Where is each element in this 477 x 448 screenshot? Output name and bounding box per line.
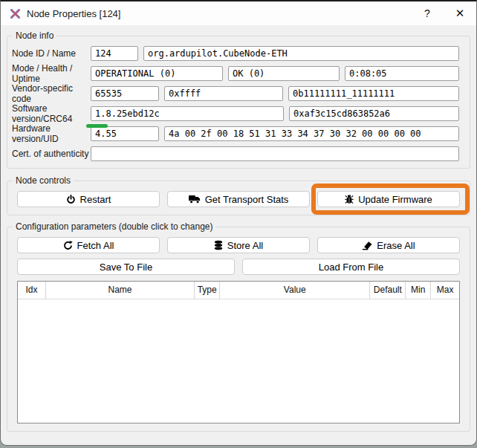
software-version-row: Software version/CRC64 1.8.25ebd12c 0xaf… (12, 106, 459, 121)
cert-authenticity-row: Cert. of authenticity (12, 146, 459, 161)
software-version-field[interactable]: 1.8.25ebd12c (91, 106, 284, 121)
database-icon (214, 240, 223, 250)
hardware-version-label: Hardware version/UID (12, 123, 91, 144)
column-header-value[interactable]: Value (220, 282, 370, 299)
node-controls-row: Restart Get Transport Stats Upda (17, 191, 460, 207)
node-controls-group-title: Node controls (13, 175, 74, 186)
app-logo-icon (10, 8, 21, 19)
help-button[interactable]: ? (411, 1, 444, 25)
store-all-button-label: Store All (227, 240, 263, 251)
hardware-version-row: Hardware version/UID 4.55 4a 00 2f 00 18… (12, 126, 459, 141)
parameters-table-header: Idx Name Type Value Default Min Max (18, 282, 459, 299)
update-firmware-button[interactable]: Update Firmware (317, 191, 460, 207)
column-header-type[interactable]: Type (195, 282, 220, 299)
column-header-min[interactable]: Min (406, 282, 431, 299)
fetch-all-button[interactable]: Fetch All (17, 237, 160, 253)
load-from-file-button[interactable]: Load From File (242, 259, 460, 275)
eraser-icon (362, 241, 372, 250)
vendor-code-row: Vendor-specific code 65535 0xffff 0b1111… (12, 86, 459, 101)
fetch-all-button-label: Fetch All (77, 240, 114, 251)
config-params-group: Configuration parameters (double click t… (7, 227, 470, 432)
column-header-idx[interactable]: Idx (18, 282, 46, 299)
save-to-file-button[interactable]: Save To File (17, 259, 235, 275)
truck-icon (189, 195, 201, 204)
bug-icon (345, 194, 354, 204)
close-button[interactable]: ✕ (444, 1, 476, 25)
uptime-field[interactable]: 0:08:05 (345, 66, 459, 81)
get-transport-stats-button[interactable]: Get Transport Stats (167, 191, 310, 207)
restart-button-label: Restart (80, 194, 111, 205)
erase-all-button[interactable]: Erase All (317, 237, 460, 253)
power-icon (66, 195, 76, 204)
node-properties-window: Node Properties [124] ? ✕ Node info Node… (0, 0, 477, 446)
mode-field[interactable]: OPERATIONAL (0) (91, 66, 223, 81)
hardware-version-field[interactable]: 4.55 (91, 126, 159, 141)
vendor-code-label: Vendor-specific code (12, 83, 91, 104)
node-controls-group: Node controls Restart Get Transport Stat… (7, 181, 470, 215)
node-id-name-row: Node ID / Name 124 org.ardupilot.CubeNod… (12, 46, 459, 61)
node-name-field[interactable]: org.ardupilot.CubeNode-ETH (143, 46, 459, 61)
node-info-group: Node info Node ID / Name 124 org.ardupil… (7, 36, 470, 169)
update-firmware-button-label: Update Firmware (358, 194, 432, 205)
restart-button[interactable]: Restart (17, 191, 160, 207)
erase-all-button-label: Erase All (377, 240, 415, 251)
column-header-name[interactable]: Name (46, 282, 195, 299)
column-header-default[interactable]: Default (370, 282, 406, 299)
node-id-name-label: Node ID / Name (12, 48, 91, 59)
vendor-code-dec-field[interactable]: 65535 (91, 86, 159, 101)
software-crc64-field[interactable]: 0xaf3c15cd863852a6 (289, 106, 459, 121)
vendor-code-hex-field[interactable]: 0xffff (164, 86, 283, 101)
parameters-table-body[interactable] (18, 299, 459, 423)
column-header-max[interactable]: Max (431, 282, 459, 299)
cert-authenticity-label: Cert. of authenticity (12, 149, 91, 159)
software-version-label: Software version/CRC64 (12, 103, 91, 124)
mode-health-uptime-row: Mode / Health / Uptime OPERATIONAL (0) O… (12, 66, 459, 81)
mode-health-uptime-label: Mode / Health / Uptime (12, 63, 91, 84)
window-title: Node Properties [124] (27, 8, 411, 19)
cert-authenticity-field[interactable] (91, 146, 459, 161)
config-params-group-title: Configuration parameters (double click t… (13, 221, 215, 233)
parameters-table: Idx Name Type Value Default Min Max (17, 281, 460, 423)
get-transport-stats-button-label: Get Transport Stats (205, 194, 289, 205)
node-id-field[interactable]: 124 (91, 46, 138, 61)
config-actions-row: Fetch All Store All Erase All (17, 237, 460, 253)
save-to-file-button-label: Save To File (100, 262, 152, 273)
store-all-button[interactable]: Store All (167, 237, 310, 253)
node-info-group-title: Node info (13, 30, 56, 42)
refresh-icon (63, 241, 73, 250)
health-field[interactable]: OK (0) (228, 66, 340, 81)
load-from-file-button-label: Load From File (319, 262, 383, 273)
hardware-uid-field[interactable]: 4a 00 2f 00 18 51 31 33 34 37 30 32 00 0… (164, 126, 459, 141)
config-file-row: Save To File Load From File (17, 259, 460, 275)
title-bar: Node Properties [124] ? ✕ (1, 1, 476, 25)
vendor-code-bin-field[interactable]: 0b11111111_11111111 (288, 86, 459, 101)
